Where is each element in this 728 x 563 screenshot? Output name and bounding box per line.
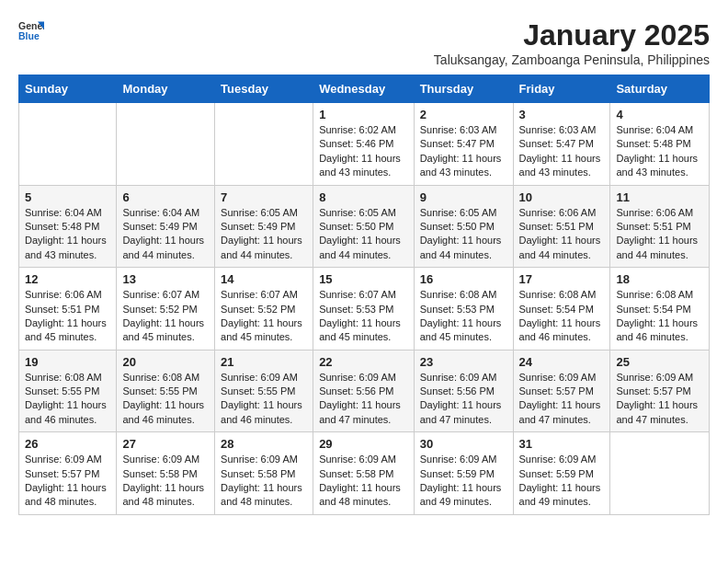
day-number: 21 — [221, 355, 307, 369]
day-number: 5 — [25, 190, 110, 204]
calendar-cell: 19Sunrise: 6:08 AMSunset: 5:55 PMDayligh… — [19, 350, 117, 432]
day-number: 18 — [616, 272, 703, 286]
day-info: Sunrise: 6:02 AMSunset: 5:46 PMDaylight:… — [319, 123, 408, 180]
calendar-cell: 15Sunrise: 6:07 AMSunset: 5:53 PMDayligh… — [313, 268, 415, 350]
calendar-cell — [19, 103, 117, 186]
calendar-cell: 16Sunrise: 6:08 AMSunset: 5:53 PMDayligh… — [414, 268, 513, 350]
day-number: 26 — [25, 437, 110, 451]
day-number: 1 — [319, 108, 408, 121]
calendar-cell: 30Sunrise: 6:09 AMSunset: 5:59 PMDayligh… — [414, 432, 513, 515]
day-info: Sunrise: 6:04 AMSunset: 5:48 PMDaylight:… — [616, 123, 703, 180]
day-number: 23 — [420, 355, 507, 369]
day-info: Sunrise: 6:09 AMSunset: 5:56 PMDaylight:… — [319, 371, 408, 428]
calendar-cell: 31Sunrise: 6:09 AMSunset: 5:59 PMDayligh… — [513, 432, 610, 515]
calendar-cell: 6Sunrise: 6:04 AMSunset: 5:49 PMDaylight… — [117, 185, 215, 268]
calendar-cell: 22Sunrise: 6:09 AMSunset: 5:56 PMDayligh… — [313, 350, 415, 432]
day-info: Sunrise: 6:07 AMSunset: 5:52 PMDaylight:… — [221, 288, 307, 345]
calendar-cell — [117, 103, 215, 186]
logo: General Blue — [18, 18, 44, 44]
day-number: 6 — [122, 190, 209, 204]
calendar-cell: 9Sunrise: 6:05 AMSunset: 5:50 PMDaylight… — [414, 185, 513, 268]
day-number: 7 — [221, 190, 307, 204]
day-info: Sunrise: 6:05 AMSunset: 5:49 PMDaylight:… — [221, 206, 307, 263]
svg-text:Blue: Blue — [18, 30, 40, 41]
day-number: 30 — [420, 437, 507, 451]
calendar-cell: 18Sunrise: 6:08 AMSunset: 5:54 PMDayligh… — [610, 268, 710, 350]
day-number: 28 — [221, 437, 307, 451]
calendar-cell: 21Sunrise: 6:09 AMSunset: 5:55 PMDayligh… — [215, 350, 313, 432]
title-area: January 2025 Taluksangay, Zamboanga Peni… — [434, 18, 710, 67]
calendar-cell: 7Sunrise: 6:05 AMSunset: 5:49 PMDaylight… — [215, 185, 313, 268]
day-number: 29 — [319, 437, 408, 451]
subtitle: Taluksangay, Zamboanga Peninsula, Philip… — [434, 52, 710, 67]
calendar-cell: 27Sunrise: 6:09 AMSunset: 5:58 PMDayligh… — [117, 432, 215, 515]
day-info: Sunrise: 6:08 AMSunset: 5:55 PMDaylight:… — [122, 371, 209, 428]
day-info: Sunrise: 6:09 AMSunset: 5:59 PMDaylight:… — [519, 453, 605, 510]
calendar-cell: 20Sunrise: 6:08 AMSunset: 5:55 PMDayligh… — [117, 350, 215, 432]
calendar-cell: 23Sunrise: 6:09 AMSunset: 5:56 PMDayligh… — [414, 350, 513, 432]
header: General Blue January 2025 Taluksangay, Z… — [18, 18, 710, 67]
calendar-cell: 17Sunrise: 6:08 AMSunset: 5:54 PMDayligh… — [513, 268, 610, 350]
week-row-5: 26Sunrise: 6:09 AMSunset: 5:57 PMDayligh… — [19, 432, 710, 515]
day-number: 4 — [616, 108, 703, 121]
calendar-cell: 10Sunrise: 6:06 AMSunset: 5:51 PMDayligh… — [513, 185, 610, 268]
day-info: Sunrise: 6:07 AMSunset: 5:53 PMDaylight:… — [319, 288, 408, 345]
calendar-cell: 5Sunrise: 6:04 AMSunset: 5:48 PMDaylight… — [19, 185, 117, 268]
day-info: Sunrise: 6:08 AMSunset: 5:53 PMDaylight:… — [420, 288, 507, 345]
day-info: Sunrise: 6:09 AMSunset: 5:59 PMDaylight:… — [420, 453, 507, 510]
logo-icon: General Blue — [18, 18, 44, 44]
calendar: SundayMondayTuesdayWednesdayThursdayFrid… — [18, 75, 710, 515]
calendar-cell: 3Sunrise: 6:03 AMSunset: 5:47 PMDaylight… — [513, 103, 610, 186]
day-info: Sunrise: 6:09 AMSunset: 5:55 PMDaylight:… — [221, 371, 307, 428]
day-info: Sunrise: 6:09 AMSunset: 5:57 PMDaylight:… — [616, 371, 703, 428]
day-number: 2 — [420, 108, 507, 121]
day-info: Sunrise: 6:09 AMSunset: 5:57 PMDaylight:… — [519, 371, 605, 428]
weekday-header-tuesday: Tuesday — [215, 75, 313, 103]
weekday-header-wednesday: Wednesday — [313, 75, 415, 103]
day-info: Sunrise: 6:06 AMSunset: 5:51 PMDaylight:… — [616, 206, 703, 263]
day-info: Sunrise: 6:09 AMSunset: 5:58 PMDaylight:… — [319, 453, 408, 510]
calendar-cell: 13Sunrise: 6:07 AMSunset: 5:52 PMDayligh… — [117, 268, 215, 350]
calendar-cell: 25Sunrise: 6:09 AMSunset: 5:57 PMDayligh… — [610, 350, 710, 432]
day-number: 14 — [221, 272, 307, 286]
calendar-cell: 8Sunrise: 6:05 AMSunset: 5:50 PMDaylight… — [313, 185, 415, 268]
weekday-header-friday: Friday — [513, 75, 610, 103]
day-number: 31 — [519, 437, 605, 451]
day-info: Sunrise: 6:07 AMSunset: 5:52 PMDaylight:… — [122, 288, 209, 345]
calendar-cell: 24Sunrise: 6:09 AMSunset: 5:57 PMDayligh… — [513, 350, 610, 432]
day-number: 24 — [519, 355, 605, 369]
day-number: 19 — [25, 355, 110, 369]
day-number: 3 — [519, 108, 605, 121]
weekday-header-row: SundayMondayTuesdayWednesdayThursdayFrid… — [19, 75, 710, 103]
day-info: Sunrise: 6:03 AMSunset: 5:47 PMDaylight:… — [519, 123, 605, 180]
calendar-cell: 11Sunrise: 6:06 AMSunset: 5:51 PMDayligh… — [610, 185, 710, 268]
calendar-cell: 4Sunrise: 6:04 AMSunset: 5:48 PMDaylight… — [610, 103, 710, 186]
day-info: Sunrise: 6:04 AMSunset: 5:48 PMDaylight:… — [25, 206, 110, 263]
day-number: 17 — [519, 272, 605, 286]
day-info: Sunrise: 6:09 AMSunset: 5:57 PMDaylight:… — [25, 453, 110, 510]
day-number: 27 — [122, 437, 209, 451]
day-info: Sunrise: 6:06 AMSunset: 5:51 PMDaylight:… — [25, 288, 110, 345]
weekday-header-monday: Monday — [117, 75, 215, 103]
day-info: Sunrise: 6:09 AMSunset: 5:58 PMDaylight:… — [122, 453, 209, 510]
day-info: Sunrise: 6:04 AMSunset: 5:49 PMDaylight:… — [122, 206, 209, 263]
weekday-header-thursday: Thursday — [414, 75, 513, 103]
day-info: Sunrise: 6:05 AMSunset: 5:50 PMDaylight:… — [420, 206, 507, 263]
day-number: 25 — [616, 355, 703, 369]
day-number: 11 — [616, 190, 703, 204]
week-row-4: 19Sunrise: 6:08 AMSunset: 5:55 PMDayligh… — [19, 350, 710, 432]
day-info: Sunrise: 6:03 AMSunset: 5:47 PMDaylight:… — [420, 123, 507, 180]
day-number: 20 — [122, 355, 209, 369]
weekday-header-sunday: Sunday — [19, 75, 117, 103]
day-info: Sunrise: 6:06 AMSunset: 5:51 PMDaylight:… — [519, 206, 605, 263]
day-info: Sunrise: 6:08 AMSunset: 5:55 PMDaylight:… — [25, 371, 110, 428]
week-row-1: 1Sunrise: 6:02 AMSunset: 5:46 PMDaylight… — [19, 103, 710, 186]
calendar-cell: 29Sunrise: 6:09 AMSunset: 5:58 PMDayligh… — [313, 432, 415, 515]
calendar-cell: 26Sunrise: 6:09 AMSunset: 5:57 PMDayligh… — [19, 432, 117, 515]
calendar-cell: 14Sunrise: 6:07 AMSunset: 5:52 PMDayligh… — [215, 268, 313, 350]
calendar-cell: 1Sunrise: 6:02 AMSunset: 5:46 PMDaylight… — [313, 103, 415, 186]
day-number: 10 — [519, 190, 605, 204]
calendar-cell: 12Sunrise: 6:06 AMSunset: 5:51 PMDayligh… — [19, 268, 117, 350]
day-number: 9 — [420, 190, 507, 204]
week-row-3: 12Sunrise: 6:06 AMSunset: 5:51 PMDayligh… — [19, 268, 710, 350]
